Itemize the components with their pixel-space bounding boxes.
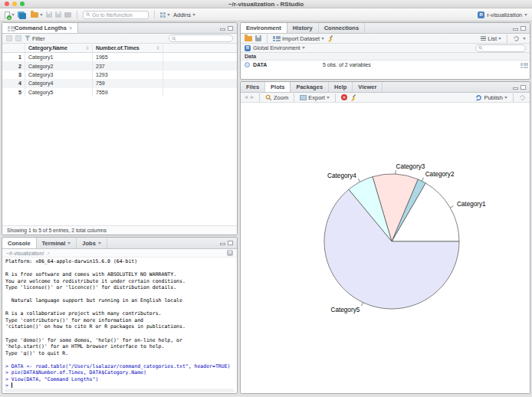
table-cell: 237	[93, 61, 163, 70]
console-output-line: 'help.start()' for an HTML browser inter…	[5, 343, 234, 350]
column-header[interactable]: Number.of.Times	[93, 44, 163, 52]
tab-packages[interactable]: Packages	[291, 82, 329, 92]
tab-help[interactable]: Help	[329, 82, 353, 92]
table-status-bar: Showing 1 to 5 of 5 entries, 2 total col…	[2, 225, 237, 235]
goto-file-box[interactable]	[83, 11, 149, 19]
save-all-icon	[55, 11, 61, 18]
import-dataset-button[interactable]: Import Dataset	[273, 35, 324, 42]
minimize-panel-button[interactable]	[220, 243, 225, 245]
pie-label-tick	[358, 179, 360, 182]
zoom-plot-button[interactable]: Zoom	[265, 94, 288, 101]
table-row: 1Category11965	[2, 53, 237, 61]
tab-label: Console	[8, 240, 31, 247]
search-icon	[478, 45, 483, 51]
broom-icon	[327, 35, 334, 42]
list-view-button[interactable]: List	[481, 35, 501, 42]
new-project-button[interactable]	[18, 11, 25, 18]
console-output-line: Platform: x86_64-apple-darwin15.6.0 (64-…	[5, 258, 234, 265]
console-hscrollbar[interactable]	[5, 389, 235, 392]
tab-files[interactable]: Files	[241, 82, 265, 92]
tab-label: Connections	[324, 25, 359, 31]
minimize-panel-button[interactable]	[220, 28, 225, 31]
save-button[interactable]	[46, 11, 52, 18]
refresh-icon	[519, 94, 526, 101]
open-folder-icon	[31, 12, 38, 18]
tab-connections[interactable]: Connections	[319, 23, 365, 33]
console-output-line: You are welcome to redistribute it under…	[5, 278, 234, 285]
main-toolbar: Addins R r-visualization	[0, 8, 532, 21]
minimize-panel-button[interactable]	[513, 28, 518, 31]
row-number-header[interactable]	[2, 44, 25, 52]
goto-file-input[interactable]	[92, 12, 146, 18]
print-icon	[64, 12, 71, 18]
row-number-cell: 4	[2, 79, 25, 87]
project-selector[interactable]: R r-visualization	[478, 11, 527, 18]
tab-viewer[interactable]: Viewer	[353, 82, 383, 92]
chevron-down-icon[interactable]	[67, 242, 71, 244]
environment-scope[interactable]: Global Environment	[253, 45, 300, 51]
tab-history[interactable]: History	[287, 23, 319, 33]
environment-panel: EnvironmentHistoryConnections Import Dat…	[240, 22, 530, 80]
print-button[interactable]	[64, 12, 71, 18]
remove-plot-button[interactable]: ×	[341, 94, 347, 100]
table-cell: 7559	[93, 88, 163, 97]
row-number-cell: 1	[2, 53, 25, 61]
tab-command-lengths[interactable]: Command Lengths ×	[2, 23, 78, 33]
working-directory[interactable]: ~/r-visualization/	[6, 251, 44, 256]
table-search-input[interactable]	[178, 36, 230, 41]
tab-console[interactable]: Console	[2, 238, 37, 248]
path-arrow-icon[interactable]: ↗	[46, 251, 50, 256]
close-tab-icon[interactable]: ×	[69, 25, 72, 31]
column-header-label: Number.of.Times	[96, 45, 140, 51]
new-file-icon	[5, 11, 10, 18]
console-output-line	[5, 304, 234, 311]
pane-layout-button[interactable]	[160, 12, 170, 18]
view-back-button[interactable]	[6, 35, 12, 41]
import-dataset-icon	[273, 36, 281, 41]
maximize-panel-button[interactable]	[521, 85, 526, 90]
next-plot-button[interactable]: ▸	[251, 94, 254, 100]
previous-plot-button[interactable]: ◂	[245, 94, 248, 100]
open-file-button[interactable]	[31, 12, 43, 18]
publish-button[interactable]: Publish	[475, 94, 507, 101]
maximize-panel-button[interactable]	[228, 26, 233, 31]
maximize-panel-button[interactable]	[521, 26, 526, 31]
pie-label-tick	[422, 178, 423, 181]
tab-plots[interactable]: Plots	[265, 82, 291, 92]
maximize-panel-button[interactable]	[228, 241, 233, 245]
table-row: 5Category57559	[2, 88, 237, 97]
load-workspace-icon[interactable]	[245, 36, 252, 41]
chevron-down-icon[interactable]	[98, 242, 101, 244]
environment-object-row[interactable]: DATA 5 obs. of 2 variables	[241, 61, 530, 69]
filter-button[interactable]: Filter	[25, 35, 45, 42]
save-all-button[interactable]	[55, 11, 61, 18]
row-number-cell: 2	[2, 61, 25, 70]
search-icon	[172, 36, 176, 41]
tab-label: Help	[334, 84, 346, 90]
tab-label: Viewer	[358, 84, 376, 90]
console-output-line	[5, 330, 234, 337]
table-cell: Category4	[25, 79, 93, 87]
column-header[interactable]: Category.Name	[25, 44, 93, 52]
minimize-panel-button[interactable]	[513, 87, 518, 90]
tab-jobs[interactable]: Jobs	[77, 238, 107, 248]
data-object-icon	[245, 62, 250, 67]
export-icon	[300, 95, 307, 100]
tab-terminal[interactable]: Terminal	[37, 238, 77, 248]
pie-chart: Category1Category2Category3Category4Cate…	[241, 103, 530, 394]
window-title: ~/r-visualization - RStudio	[0, 1, 532, 8]
console-output[interactable]: Platform: x86_64-apple-darwin15.6.0 (64-…	[2, 258, 237, 390]
addins-button[interactable]: Addins	[173, 11, 195, 18]
tab-environment[interactable]: Environment	[241, 23, 287, 33]
new-file-button[interactable]	[5, 11, 15, 18]
refresh-view-button[interactable]	[15, 35, 21, 41]
r-session-icon: R	[227, 250, 233, 256]
environment-search-input[interactable]	[484, 45, 523, 51]
save-workspace-icon[interactable]	[255, 35, 261, 41]
tab-label: Files	[246, 84, 259, 90]
table-search-box[interactable]	[169, 34, 233, 42]
export-plot-button[interactable]: Export	[300, 94, 330, 101]
environment-search-box[interactable]	[475, 44, 526, 52]
console-command-line: > View(DATA, "Command Lengths")	[5, 376, 234, 383]
view-table-icon[interactable]	[521, 63, 525, 67]
